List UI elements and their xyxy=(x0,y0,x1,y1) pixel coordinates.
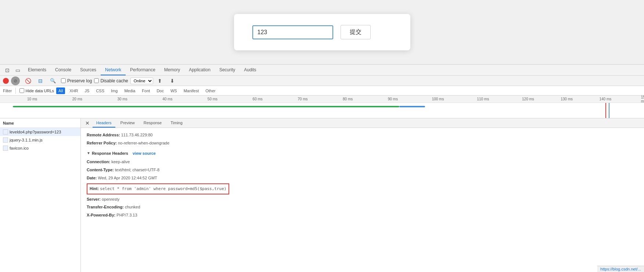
connection-val: keep-alive xyxy=(111,160,130,164)
search-button[interactable]: 🔍 xyxy=(48,76,57,85)
response-headers-arrow: ▼ xyxy=(87,150,90,157)
timeline-labels: 10 ms 20 ms 30 ms 40 ms 50 ms 60 ms 70 m… xyxy=(0,96,644,103)
filter-media[interactable]: Media xyxy=(122,87,137,94)
timeline-chart xyxy=(0,103,644,118)
tab-performance[interactable]: Performance xyxy=(126,65,160,75)
transfer-encoding-key: Transfer-Encoding: xyxy=(87,205,125,209)
timeline-label-70: 70 ms xyxy=(298,97,307,101)
name-column-header: Name xyxy=(3,121,14,125)
preserve-log-checkbox[interactable] xyxy=(61,78,66,83)
timeline-label-10: 10 ms xyxy=(27,97,37,101)
detail-tab-timing[interactable]: Timing xyxy=(167,118,186,128)
upload-button[interactable]: ⬆ xyxy=(155,76,164,85)
tab-memory[interactable]: Memory xyxy=(160,65,184,75)
devtools-tab-bar: ⊡ ▭ Elements Console Sources Network Per… xyxy=(0,65,644,76)
filter-css[interactable]: CSS xyxy=(94,87,107,94)
disable-cache-checkbox[interactable] xyxy=(94,78,99,83)
submit-button[interactable]: 提交 xyxy=(341,25,371,39)
file-icon xyxy=(3,129,8,135)
status-bar: https://blog.csdn.net/... xyxy=(597,266,644,272)
filter-js[interactable]: JS xyxy=(83,87,92,94)
file-icon-jquery xyxy=(3,137,8,143)
timeline-label-150: 150 ms xyxy=(641,96,644,103)
content-type-key: Content-Type: xyxy=(87,168,115,172)
x-powered-by-val: PHP/7.3.13 xyxy=(116,213,137,217)
tab-elements[interactable]: Elements xyxy=(24,65,51,75)
timeline-label-110: 110 ms xyxy=(477,97,489,101)
hint-box: Hint: select * from 'admin' where passwo… xyxy=(87,183,229,194)
server-key: Server: xyxy=(87,197,102,201)
filter-doc[interactable]: Doc xyxy=(154,87,166,94)
x-powered-by-row: X-Powered-By: PHP/7.3.13 xyxy=(87,212,638,219)
filter-font[interactable]: Font xyxy=(140,87,152,94)
file-name-favicon: favicon.ico xyxy=(10,146,29,150)
response-headers-label: Response Headers xyxy=(92,150,128,157)
tab-sources[interactable]: Sources xyxy=(76,65,101,75)
server-row: Server: openresty xyxy=(87,196,638,203)
filter-manifest[interactable]: Manifest xyxy=(181,87,201,94)
referrer-policy-key: Referrer Policy: xyxy=(87,141,118,145)
tab-application[interactable]: Application xyxy=(184,65,215,75)
throttling-select[interactable]: Online xyxy=(130,78,153,84)
filter-button[interactable]: ⊟ xyxy=(36,76,45,85)
view-source-link[interactable]: view source xyxy=(133,150,156,157)
hint-val: select * from 'admin' where password=md5… xyxy=(100,186,226,191)
timeline-label-100: 100 ms xyxy=(432,97,444,101)
timeline-label-80: 80 ms xyxy=(343,97,353,101)
x-powered-by-key: X-Powered-By: xyxy=(87,213,116,217)
remote-address-val: 111.73.46.229:80 xyxy=(121,133,153,137)
timeline-label-140: 140 ms xyxy=(599,97,611,101)
detail-tab-preview[interactable]: Preview xyxy=(117,118,138,128)
clear-button[interactable]: 🚫 xyxy=(24,76,32,85)
filter-all[interactable]: All xyxy=(56,87,65,94)
date-row: Date: Wed, 29 Apr 2020 12:44:52 GMT xyxy=(87,175,638,182)
filter-xhr[interactable]: XHR xyxy=(67,87,80,94)
download-button[interactable]: ⬇ xyxy=(168,76,177,85)
timeline-label-50: 50 ms xyxy=(208,97,217,101)
hide-data-urls-label[interactable]: Hide data URLs xyxy=(19,88,54,93)
timeline-label-40: 40 ms xyxy=(162,97,172,101)
preserve-log-label[interactable]: Preserve log xyxy=(61,78,92,83)
tab-audits[interactable]: Audits xyxy=(240,65,260,75)
detail-panel: ✕ Headers Preview Response Timing Remote… xyxy=(81,118,644,272)
filter-ws[interactable]: WS xyxy=(168,87,179,94)
referrer-policy-val: no-referrer-when-downgrade xyxy=(118,141,169,145)
device-icon[interactable]: ▭ xyxy=(13,66,22,75)
content-type-row: Content-Type: text/html; charset=UTF-8 xyxy=(87,167,638,174)
tab-network[interactable]: Network xyxy=(101,65,126,75)
timeline-label-130: 130 ms xyxy=(561,97,573,101)
connection-key: Connection: xyxy=(87,160,111,164)
file-list-header: Name xyxy=(0,118,80,128)
hint-row: Hint: select * from 'admin' where passwo… xyxy=(87,183,638,195)
headers-content: Remote Address: 111.73.46.229:80 Referre… xyxy=(81,128,644,223)
tab-security[interactable]: Security xyxy=(215,65,240,75)
detail-tab-headers[interactable]: Headers xyxy=(93,118,115,128)
password-input[interactable] xyxy=(252,25,333,39)
filter-img[interactable]: Img xyxy=(109,87,120,94)
timeline-area: 10 ms 20 ms 30 ms 40 ms 50 ms 60 ms 70 m… xyxy=(0,96,644,118)
detail-tab-response[interactable]: Response xyxy=(140,118,166,128)
file-item-jquery[interactable]: jquery-3.1.1.min.js xyxy=(0,136,80,144)
record-button[interactable] xyxy=(3,78,9,84)
remote-address-key: Remote Address: xyxy=(87,133,121,137)
tab-console[interactable]: Console xyxy=(51,65,76,75)
disable-cache-text: Disable cache xyxy=(100,78,128,83)
date-key: Date: xyxy=(87,176,98,180)
file-icon-favicon xyxy=(3,146,8,151)
transfer-encoding-val: chunked xyxy=(125,205,140,209)
timeline-label-60: 60 ms xyxy=(253,97,263,101)
stop-button[interactable]: ⊘ xyxy=(11,76,20,85)
detail-tab-bar: ✕ Headers Preview Response Timing xyxy=(81,118,644,128)
filter-label: Filter xyxy=(3,89,12,93)
detail-close-button[interactable]: ✕ xyxy=(84,120,91,126)
inspect-icon[interactable]: ⊡ xyxy=(3,66,12,75)
file-item-favicon[interactable]: favicon.ico xyxy=(0,144,80,152)
file-name-leveldo4: leveldo4.php?password=123 xyxy=(10,130,61,134)
referrer-policy-row: Referrer Policy: no-referrer-when-downgr… xyxy=(87,140,638,147)
filter-other[interactable]: Other xyxy=(203,87,218,94)
disable-cache-label[interactable]: Disable cache xyxy=(94,78,128,83)
timeline-label-120: 120 ms xyxy=(522,97,534,101)
file-item-leveldo4[interactable]: leveldo4.php?password=123 xyxy=(0,128,80,136)
hide-data-urls-checkbox[interactable] xyxy=(19,88,24,93)
timeline-blue-bar xyxy=(399,106,425,107)
